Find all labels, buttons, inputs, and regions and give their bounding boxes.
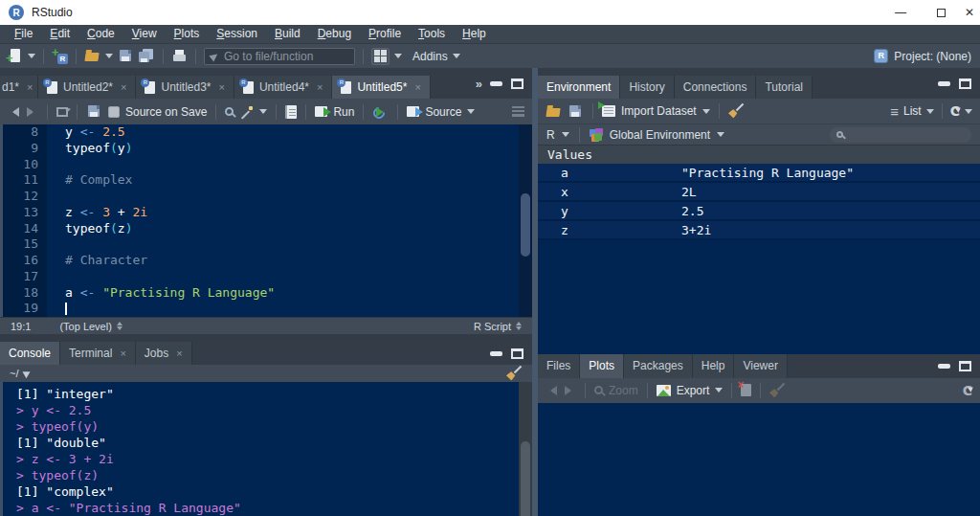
compile-report-icon[interactable] [285,105,297,119]
environment-value-row[interactable]: z3+2i [538,221,980,240]
console-tab-jobs[interactable]: Jobs× [136,342,192,365]
run-icon[interactable] [315,106,327,117]
forward-icon[interactable] [26,107,38,117]
import-dataset-button[interactable]: Import Dataset [621,104,697,118]
tab-close-icon[interactable]: × [176,348,182,359]
minimize-source-pane-button[interactable] [490,81,502,86]
save-source-icon[interactable] [86,103,102,120]
tab-close-icon[interactable]: × [120,348,125,359]
tab-close-icon[interactable]: × [317,81,323,93]
maximize-plots-pane-button[interactable] [959,361,971,371]
load-workspace-icon[interactable] [546,103,562,120]
source-tab-Untitled4[interactable]: Untitled4*× [234,76,332,99]
minimize-console-pane-button[interactable] [490,351,502,356]
code-tools-icon[interactable] [239,105,254,119]
environment-tab-history[interactable]: History [620,76,674,99]
environment-tab-tutorial[interactable]: Tutorial [756,76,813,99]
import-dataset-dropdown-icon[interactable] [702,109,710,118]
clear-plots-icon[interactable] [769,383,786,398]
environment-tab-environment[interactable]: Environment [538,76,620,99]
menu-build[interactable]: Build [266,26,309,42]
editor-scrollbar-thumb[interactable] [521,193,530,257]
clear-environment-icon[interactable] [728,103,745,119]
new-project-icon[interactable]: +R [52,48,68,64]
menu-file[interactable]: File [6,26,41,42]
clear-console-icon[interactable] [506,366,523,381]
addins-dropdown-icon[interactable] [453,54,460,62]
code-editor[interactable]: 8910111213141516171819 y <- 2.5typeof(y)… [0,124,532,317]
document-outline-icon[interactable] [512,106,524,117]
console-output[interactable]: [1] "integer"> y <- 2.5> typeof(y)[1] "d… [0,382,532,516]
refresh-environment-icon[interactable]: C [950,104,960,118]
environment-dropdown-icon[interactable] [717,132,724,141]
console-tab-console[interactable]: Console [0,342,60,365]
find-replace-icon[interactable] [225,107,234,116]
source-tab-d1[interactable]: d1*× [0,76,38,99]
source-tab-Untitled3[interactable]: Untitled3*× [136,76,234,99]
menu-tools[interactable]: Tools [410,26,454,42]
remove-plot-icon[interactable] [741,384,751,396]
source-tab-Untitled5[interactable]: Untitled5*× [332,76,430,99]
environment-value-row[interactable]: x2L [538,183,980,202]
zoom-plot-label[interactable]: Zoom [609,384,638,397]
menu-profile[interactable]: Profile [360,26,410,42]
menu-debug[interactable]: Debug [309,26,360,42]
export-dropdown-icon[interactable] [715,388,723,396]
back-icon[interactable] [8,107,20,117]
zoom-plot-icon[interactable] [594,386,603,394]
tab-close-icon[interactable]: × [219,81,225,93]
source-on-save-checkbox[interactable] [108,106,120,118]
environment-search-input[interactable] [848,129,965,141]
menu-view[interactable]: View [123,26,166,42]
menu-plots[interactable]: Plots [166,26,209,42]
list-view-icon[interactable]: ≡ [890,104,899,119]
console-scrollbar[interactable] [519,382,532,516]
import-dataset-icon[interactable] [602,105,615,117]
code-tools-dropdown-icon[interactable] [259,109,267,118]
environment-value-row[interactable]: a"Practising R Language" [538,164,980,183]
maximize-console-pane-button[interactable] [511,348,523,359]
print-icon[interactable] [171,48,188,64]
export-plot-icon[interactable] [657,385,671,396]
open-file-icon[interactable] [84,48,100,64]
menu-session[interactable]: Session [208,26,266,42]
console-scrollbar-thumb[interactable] [521,441,530,516]
maximize-environment-pane-button[interactable] [959,79,971,89]
addins-button[interactable]: Addins [412,50,448,63]
list-view-button[interactable]: List [903,104,922,118]
show-in-new-window-icon[interactable] [56,107,68,117]
export-plot-button[interactable]: Export [677,384,710,397]
console-tab-terminal[interactable]: Terminal× [60,342,136,365]
source-label[interactable]: Source [425,105,461,119]
project-menu-button[interactable]: Project: (None) [894,50,971,63]
goto-file-function-input[interactable] [224,50,348,63]
save-workspace-icon[interactable] [568,103,584,120]
new-file-icon[interactable]: + [7,48,23,64]
editor-scrollbar[interactable] [519,124,532,317]
refresh-plots-icon[interactable]: C [963,384,972,397]
plots-tab-plots[interactable]: Plots [580,354,624,378]
minimize-environment-pane-button[interactable] [938,81,950,86]
environment-selector[interactable]: Global Environment [610,128,710,142]
environment-value-row[interactable]: y2.5 [538,202,980,221]
previous-plot-icon[interactable] [546,386,558,395]
refresh-dropdown-icon[interactable] [965,109,972,118]
tab-overflow-icon[interactable]: » [476,77,481,91]
close-window-button[interactable]: ✕ [961,0,980,25]
open-recent-dropdown-icon[interactable] [105,54,113,62]
plots-tab-viewer[interactable]: Viewer [734,354,787,378]
language-dropdown-icon[interactable] [562,132,569,141]
tab-close-icon[interactable]: × [121,81,126,93]
menu-edit[interactable]: Edit [41,26,78,42]
goto-file-function-box[interactable] [204,48,355,65]
panes-dropdown-icon[interactable] [394,54,402,62]
minimize-window-button[interactable]: — [880,0,921,25]
file-type-selector[interactable]: R Script [474,319,522,333]
menu-help[interactable]: Help [454,26,495,42]
horizontal-splitter[interactable] [0,334,532,342]
maximize-source-pane-button[interactable] [511,79,523,89]
goto-directory-icon[interactable] [23,369,33,378]
plots-tab-help[interactable]: Help [693,354,735,378]
workspace-panes-icon[interactable] [371,48,390,65]
environment-search-box[interactable] [830,127,971,143]
